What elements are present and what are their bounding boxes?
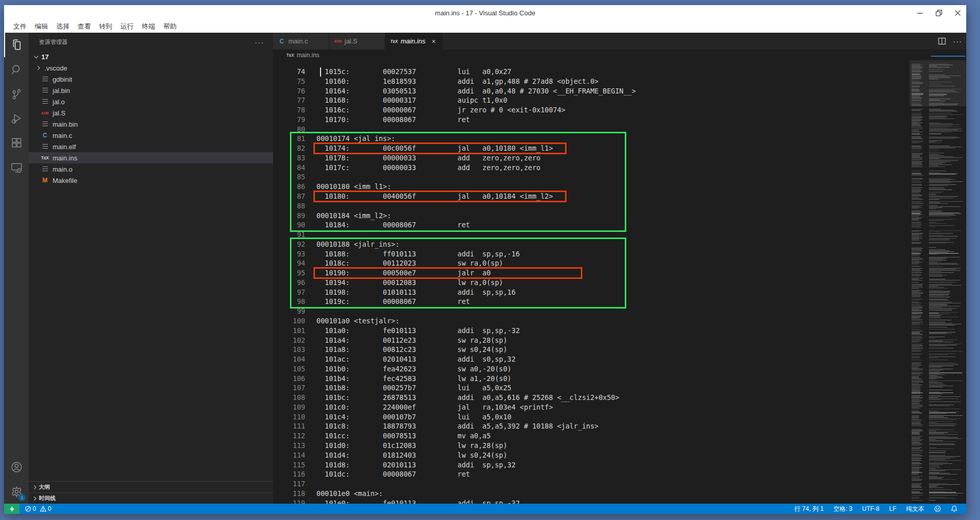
problems-indicator[interactable]: 0 0 — [23, 505, 53, 512]
code-line[interactable]: 104 101ac: 02010413 addi s0,sp,32 — [273, 354, 910, 364]
tree-item-main.ins[interactable]: TᴇXmain.ins — [29, 152, 273, 163]
code-line[interactable]: 102 101a4: 00112e23 sw ra,28(sp) — [273, 336, 910, 345]
code-line[interactable]: 82 10174: 00c0056f jal a0,10180 <imm_l1> — [273, 144, 910, 153]
code-line[interactable]: 119 101e0: fe010113 addi sp,sp,-32 — [273, 499, 910, 504]
code-line[interactable]: 87 10180: 0040056f jal a0,10184 <imm_l2> — [273, 192, 910, 201]
tab-main.c[interactable]: Cmain.c — [273, 33, 329, 50]
more-actions-icon[interactable]: ··· — [953, 37, 962, 45]
code-line[interactable]: 96 10194: 00012083 lw ra,0(sp) — [273, 278, 910, 288]
menu-运行[interactable]: 运行 — [116, 20, 138, 33]
code-line[interactable]: 8900010184 <imm_l2>: — [273, 211, 910, 221]
code-line[interactable]: 83 10178: 00000033 add zero,zero,zero — [273, 153, 910, 163]
tree-item-main.c[interactable]: Cmain.c — [29, 130, 273, 141]
status-LF[interactable]: LF — [887, 505, 899, 512]
activity-run-debug-icon[interactable] — [4, 106, 29, 131]
code-line[interactable]: 110 101c4: 000107b7 lui a5,0x10 — [273, 412, 910, 422]
code-line[interactable]: 8600010180 <imm_l1>: — [273, 182, 910, 192]
activity-explorer-icon[interactable] — [4, 33, 29, 57]
code-line[interactable]: 97 10198: 01010113 addi sp,sp,16 — [273, 288, 910, 297]
menu-文件[interactable]: 文件 — [9, 20, 31, 33]
restore-button[interactable] — [936, 10, 942, 16]
code-line[interactable]: 113 101d0: 01c12083 lw ra,28(sp) — [273, 441, 910, 451]
code-line[interactable]: 101 101a0: fe010113 addi sp,sp,-32 — [273, 326, 910, 336]
tab-jal.S[interactable]: ASMjal.S — [329, 33, 385, 50]
activity-account-icon[interactable] — [4, 455, 29, 479]
minimize-button[interactable] — [917, 10, 923, 16]
activity-source-control-icon[interactable] — [4, 82, 29, 106]
menu-选择[interactable]: 选择 — [52, 20, 74, 33]
code-line[interactable]: 98 1019c: 00008067 ret — [273, 297, 910, 306]
activity-extensions-icon[interactable] — [4, 131, 29, 155]
menu-终端[interactable]: 终端 — [138, 20, 159, 33]
minimap[interactable] — [910, 60, 966, 504]
code-line[interactable]: 117 — [273, 479, 910, 489]
code-line[interactable]: 74 1015c: 00027537 lui a0,0x27 — [273, 67, 910, 77]
feedback-icon[interactable] — [932, 505, 944, 512]
code-line[interactable]: 100000101a0 <testjalr>: — [273, 316, 910, 326]
activity-search-icon[interactable] — [4, 57, 29, 82]
menu-查看[interactable]: 查看 — [74, 20, 95, 33]
code-line[interactable]: 85 — [273, 172, 910, 182]
tree-item-Makefile[interactable]: MMakefile — [29, 175, 273, 186]
code-line[interactable]: 111 101c8: 18878793 addi a5,a5,392 # 101… — [273, 421, 910, 431]
section-大纲[interactable]: 大纲 — [29, 481, 273, 492]
code-line[interactable]: 116 101dc: 00008067 ret — [273, 469, 910, 479]
minimap-line — [929, 257, 960, 257]
tree-item-main.bin[interactable]: main.bin — [29, 119, 273, 130]
tab-main.ins[interactable]: TᴇXmain.ins× — [385, 33, 443, 50]
code-line[interactable]: 118000101e0 <main>: — [273, 489, 910, 499]
code-line[interactable]: 107 101b8: 000257b7 lui a5,0x25 — [273, 383, 910, 393]
status-空格: 3[interactable]: 空格: 3 — [831, 505, 855, 513]
remote-indicator[interactable] — [4, 504, 19, 514]
section-时间线[interactable]: 时间线 — [29, 492, 273, 504]
code-line[interactable]: 8100010174 <jal_ins>: — [273, 134, 910, 144]
tree-item-jal.bin[interactable]: jal.bin — [29, 85, 273, 96]
code-line[interactable]: 80 — [273, 125, 910, 134]
code-line[interactable]: 9200010188 <jalr_ins>: — [273, 240, 910, 249]
minimap-line — [929, 436, 947, 437]
code-line[interactable]: 91 — [273, 230, 910, 240]
code-area[interactable]: 74 1015c: 00027537 lui a0,0x2775 10160: … — [273, 60, 966, 504]
activity-remote-explorer-icon[interactable] — [4, 155, 29, 180]
activity-settings-icon[interactable]: 1 — [4, 479, 29, 504]
code-line[interactable]: 93 10188: ff010113 addi sp,sp,-16 — [273, 249, 910, 259]
tree-item-jal.o[interactable]: jal.o — [29, 96, 273, 107]
code-line[interactable]: 95 10190: 000500e7 jalr a0 — [273, 268, 910, 278]
code-line[interactable]: 76 10164: 03050513 addi a0,a0,48 # 27030… — [273, 86, 910, 96]
explorer-more-icon[interactable]: ··· — [252, 38, 267, 46]
close-button[interactable] — [954, 10, 961, 16]
code-line[interactable]: 99 — [273, 306, 910, 316]
breadcrumb[interactable]: TᴇX main.ins — [273, 50, 966, 60]
menu-转到[interactable]: 转到 — [95, 20, 116, 33]
code-line[interactable]: 115 101d8: 02010113 addi sp,sp,32 — [273, 460, 910, 470]
code-line[interactable]: 114 101d4: 01812403 lw s0,24(sp) — [273, 451, 910, 460]
code-line[interactable]: 108 101bc: 26878513 addi a0,a5,616 # 252… — [273, 393, 910, 403]
menu-帮助[interactable]: 帮助 — [159, 20, 181, 33]
code-line[interactable]: 88 — [273, 201, 910, 211]
code-line[interactable]: 79 10170: 00008067 ret — [273, 115, 910, 125]
menu-编辑[interactable]: 编辑 — [31, 20, 52, 33]
tab-close-icon[interactable]: × — [430, 37, 436, 45]
code-line[interactable]: 112 101cc: 00078513 mv a0,a5 — [273, 431, 910, 441]
notifications-bell-icon[interactable] — [948, 505, 960, 512]
tree-item-gdbinit[interactable]: gdbinit — [29, 74, 273, 85]
code-line[interactable]: 90 10184: 00008067 ret — [273, 220, 910, 230]
code-line[interactable]: 94 1018c: 00112023 sw ra,0(sp) — [273, 258, 910, 268]
code-line[interactable]: 103 101a8: 00812c23 sw s0,24(sp) — [273, 345, 910, 354]
status-UTF-8[interactable]: UTF-8 — [860, 505, 882, 512]
code-line[interactable]: 106 101b4: fec42583 lw a1,-20(s0) — [273, 374, 910, 384]
code-line[interactable]: 109 101c0: 224000ef jal ra,103e4 <printf… — [273, 403, 910, 412]
code-line[interactable]: 78 1016c: 00000067 jr zero # 0 <exit-0x1… — [273, 105, 910, 115]
tree-item-jal.S[interactable]: ASMjal.S — [29, 107, 273, 119]
status-行 74, 列 1[interactable]: 行 74, 列 1 — [792, 505, 826, 513]
tree-item-main.o[interactable]: main.o — [29, 163, 273, 175]
tree-item-.vscode[interactable]: .vscode — [29, 62, 273, 74]
split-editor-icon[interactable] — [938, 37, 946, 45]
status-纯文本[interactable]: 纯文本 — [903, 505, 927, 513]
tree-item-main.elf[interactable]: main.elf — [29, 141, 273, 152]
code-line[interactable]: 84 1017c: 00000033 add zero,zero,zero — [273, 163, 910, 173]
code-line[interactable]: 77 10168: 00000317 auipc t1,0x0 — [273, 96, 910, 105]
tree-root-folder[interactable]: 17 — [29, 51, 273, 62]
code-line[interactable]: 75 10160: 1e818593 addi a1,gp,488 # 27ad… — [273, 77, 910, 86]
code-line[interactable]: 105 101b0: fea42623 sw a0,-20(s0) — [273, 364, 910, 374]
